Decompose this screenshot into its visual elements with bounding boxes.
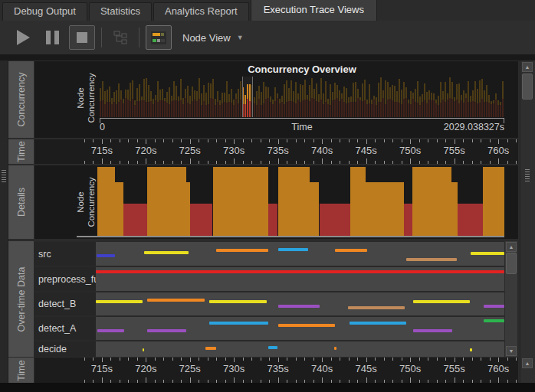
histogram-bar <box>208 104 209 117</box>
ruler-tick-label: 750s <box>392 145 428 156</box>
ruler-tick <box>507 358 508 361</box>
sidebar-section-concurrency[interactable]: Concurrency <box>8 61 34 138</box>
trace-segment[interactable] <box>470 348 472 351</box>
tab-statistics[interactable]: Statistics <box>89 2 152 21</box>
histogram-bar <box>143 79 145 100</box>
trace-segment[interactable] <box>96 270 504 273</box>
tab-execution-trace-views[interactable]: Execution Trace Views <box>251 0 377 21</box>
histogram-bar <box>118 83 120 102</box>
trace-segment[interactable] <box>413 329 452 332</box>
view-mode-dropdown[interactable]: Node View ▼ <box>182 32 244 44</box>
overview-plot[interactable] <box>100 77 504 117</box>
sidebar-section-details[interactable]: Details <box>8 165 34 239</box>
selection-window[interactable] <box>242 77 253 117</box>
tab-debug-output[interactable]: Debug Output <box>2 2 87 21</box>
ruler-tick <box>243 161 244 164</box>
histogram-bar <box>412 93 414 99</box>
histogram-bar <box>272 100 274 104</box>
ruler-tick <box>163 161 164 164</box>
row-track[interactable] <box>96 317 504 340</box>
main-scrollbar[interactable]: ▲ ▲ <box>520 60 535 383</box>
histogram-bar <box>449 77 451 98</box>
trace-segment[interactable] <box>147 329 186 332</box>
trace-segment[interactable] <box>334 347 336 350</box>
trace-segment[interactable] <box>209 322 268 325</box>
histogram-bar <box>116 90 117 104</box>
timeline-view-button[interactable] <box>146 25 172 50</box>
ruler-tick <box>384 358 385 361</box>
play-icon <box>17 30 30 45</box>
left-splitter[interactable] <box>0 60 8 392</box>
sidebar-section-time-bottom[interactable]: Time <box>8 358 34 383</box>
trace-segment[interactable] <box>268 346 278 349</box>
tree-view-button[interactable] <box>108 26 133 49</box>
trace-segment[interactable] <box>278 305 320 308</box>
trace-segment[interactable] <box>205 347 216 350</box>
play-button[interactable] <box>11 26 35 49</box>
pause-button[interactable] <box>40 26 64 49</box>
histogram-bar <box>173 81 175 100</box>
row-label[interactable]: src <box>34 242 96 266</box>
scrollbar-thumb[interactable] <box>522 74 533 100</box>
trace-segment[interactable] <box>144 251 189 254</box>
trace-segment[interactable] <box>216 249 268 252</box>
sidebar-section-overtime[interactable]: Over-time Data <box>8 241 34 357</box>
histogram-bar <box>454 97 455 101</box>
scrollbar-thumb[interactable] <box>506 253 517 274</box>
ruler-tick-label: 725s <box>172 145 208 156</box>
time-ruler-bottom[interactable]: 715s720s725s730s735s740s745s750s755s760s <box>34 358 518 383</box>
histogram-bar <box>332 100 333 117</box>
scroll-up-button[interactable]: ▲ <box>506 242 517 252</box>
trace-segment[interactable] <box>278 248 308 251</box>
histogram-bar <box>422 102 423 117</box>
histogram-bar <box>274 101 276 117</box>
histogram-bar <box>309 101 310 117</box>
ruler-tick <box>287 358 287 361</box>
row-track[interactable] <box>96 267 504 291</box>
row-label[interactable]: decide <box>34 341 96 357</box>
stop-button[interactable] <box>69 25 95 50</box>
scroll-top-button[interactable]: ▲ <box>522 358 533 368</box>
trace-segment[interactable] <box>143 348 145 351</box>
tab-analytics-report[interactable]: Analytics Report <box>153 2 249 21</box>
trace-segment[interactable] <box>97 254 115 257</box>
histogram-bar <box>210 83 212 98</box>
row-label[interactable]: preprocess_fu <box>34 267 96 291</box>
row-label[interactable]: detect_B <box>34 292 96 315</box>
ruler-tick <box>498 158 499 164</box>
trace-segment[interactable] <box>413 300 470 303</box>
scroll-down-button[interactable]: ▼ <box>506 346 517 356</box>
trace-segment[interactable] <box>406 258 457 261</box>
histogram-bar <box>272 104 274 117</box>
row-track[interactable] <box>96 341 504 357</box>
histogram-bar <box>130 83 131 101</box>
overtime-scrollbar[interactable]: ▲ ▼ <box>505 241 517 357</box>
trace-segment[interactable] <box>335 249 366 252</box>
histogram-bar <box>396 102 398 117</box>
ruler-tick-label: 760s <box>481 145 516 156</box>
trace-segment[interactable] <box>350 322 407 325</box>
row-label[interactable]: detect_A <box>34 317 96 340</box>
trace-segment[interactable] <box>278 324 336 327</box>
ruler-tick-label: 730s <box>216 363 251 374</box>
trace-segment[interactable] <box>97 329 124 332</box>
trace-segment[interactable] <box>147 299 205 302</box>
details-plot[interactable] <box>96 167 504 236</box>
sidebar-section-time-top[interactable]: Time <box>8 139 34 164</box>
trace-segment[interactable] <box>471 252 504 255</box>
trace-segment[interactable] <box>484 305 504 308</box>
trace-segment[interactable] <box>209 300 267 303</box>
arrow-down-icon: ▼ <box>509 348 514 354</box>
histogram-bar <box>307 95 308 100</box>
time-ruler-top[interactable]: 715s720s725s730s735s740s745s750s755s760s <box>34 139 518 164</box>
trace-segment[interactable] <box>348 306 405 309</box>
histogram-bar <box>196 91 198 101</box>
row-track[interactable] <box>96 292 504 315</box>
histogram-bar <box>451 82 453 99</box>
trace-segment[interactable] <box>96 300 143 303</box>
scroll-up-button[interactable]: ▲ <box>522 62 533 72</box>
histogram-bar <box>185 98 186 117</box>
trace-segment[interactable] <box>484 319 504 322</box>
ruler-tick <box>128 358 129 361</box>
row-track[interactable] <box>96 242 504 266</box>
